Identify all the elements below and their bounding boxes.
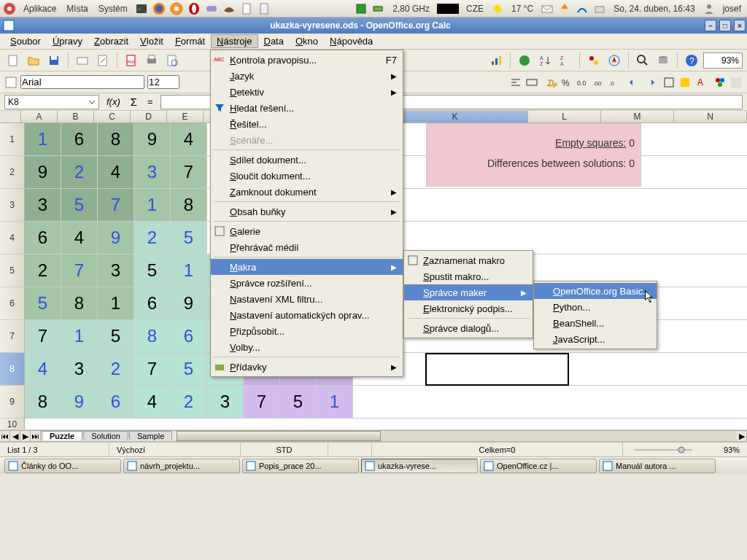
cell[interactable]: 8 (98, 123, 134, 155)
cell[interactable]: 9 (25, 156, 61, 188)
cell[interactable]: 3 (61, 353, 98, 385)
cell[interactable]: 7 (25, 320, 61, 352)
menu-item[interactable]: BeanShell... (534, 315, 657, 331)
cell[interactable]: 1 (98, 287, 134, 319)
merge-icon[interactable] (525, 76, 538, 89)
scroll-right-icon[interactable]: ▶ (737, 431, 747, 441)
cell[interactable]: 5 (25, 287, 61, 319)
taskbar-item[interactable]: Manuál autora ... (599, 459, 716, 473)
cell[interactable]: 7 (244, 386, 280, 418)
horizontal-scrollbar[interactable] (177, 431, 737, 441)
row-header-3[interactable]: 3 (0, 189, 25, 221)
row-header-10[interactable]: 10 (0, 419, 25, 429)
menu-item[interactable]: Přizpůsobit... (211, 323, 403, 339)
cell[interactable]: 6 (25, 222, 61, 254)
clock[interactable]: So, 24. duben, 16:43 (611, 4, 697, 14)
cell[interactable]: 9 (171, 287, 207, 319)
window-titlebar[interactable]: ukazka-vyresene.ods - OpenOffice.org Cal… (0, 18, 747, 34)
menu-item[interactable]: Zaznamenat makro (404, 252, 533, 268)
new-icon[interactable] (4, 52, 22, 69)
row-header-2[interactable]: 2 (0, 156, 25, 188)
open-icon[interactable] (25, 52, 42, 69)
user-name[interactable]: josef (720, 4, 744, 14)
places-menu[interactable]: Místa (63, 4, 90, 14)
menu-item[interactable]: Jazyk▶ (211, 68, 403, 84)
menu-item[interactable]: Spustit makro... (404, 268, 533, 284)
cell[interactable]: 4 (171, 123, 207, 155)
cell[interactable]: 5 (171, 222, 207, 254)
menu-item[interactable]: Hledat řešení... (211, 100, 403, 116)
cell[interactable]: 5 (171, 353, 207, 385)
updates-icon[interactable] (558, 2, 571, 15)
chart-icon[interactable] (487, 52, 505, 69)
cell[interactable]: 4 (61, 222, 98, 254)
decimal-icon[interactable]: 0.0 (576, 76, 589, 89)
zoom-percent[interactable]: 93% (711, 443, 747, 456)
tab-last-icon[interactable]: ⏭ (31, 431, 41, 441)
row-header-5[interactable]: 5 (0, 254, 25, 287)
remove-decimal-icon[interactable]: .0 (608, 76, 622, 89)
align-left-icon[interactable] (509, 76, 522, 89)
cell[interactable]: 4 (134, 386, 171, 418)
cell[interactable]: 7 (171, 156, 207, 188)
cond-icon[interactable] (729, 76, 743, 89)
menu-item[interactable]: Makra▶ (211, 259, 403, 275)
ubuntu-icon[interactable] (3, 2, 16, 15)
menu-item[interactable]: Elektronický podpis... (404, 300, 533, 316)
select-all-corner[interactable] (0, 111, 21, 122)
cell[interactable]: 2 (61, 156, 98, 188)
taskbar-item[interactable]: OpenOffice.cz |... (480, 459, 597, 473)
row-header-4[interactable]: 4 (0, 222, 25, 254)
cell[interactable]: 5 (280, 386, 317, 418)
cell[interactable]: 3 (134, 156, 171, 188)
cell[interactable]: 5 (134, 254, 171, 287)
cell[interactable]: 1 (317, 386, 353, 418)
cell[interactable]: 4 (25, 353, 61, 385)
zoom-input[interactable] (703, 52, 743, 69)
menu-item[interactable]: Sdílet dokument... (211, 152, 403, 168)
row-header-6[interactable]: 6 (0, 287, 25, 319)
menu-item[interactable]: JavaScript... (534, 331, 657, 347)
save-icon[interactable] (45, 52, 63, 69)
tab-prev-icon[interactable]: ◀ (10, 431, 20, 441)
menu-item[interactable]: Správce maker▶ (404, 284, 533, 300)
help-icon[interactable] (170, 2, 183, 15)
taskbar-item[interactable]: návrh_projektu... (123, 459, 240, 473)
cell[interactable]: 6 (98, 386, 134, 418)
indent-inc-icon[interactable] (643, 76, 657, 89)
menu-okno[interactable]: Okno (290, 34, 324, 48)
maximize-button[interactable]: □ (719, 20, 731, 31)
menu-item[interactable]: Volby... (211, 339, 403, 355)
row-header-8[interactable]: 8 (0, 353, 25, 385)
cell[interactable]: 5 (61, 189, 98, 221)
cell[interactable]: 9 (61, 386, 98, 418)
menu-item[interactable]: ABCKontrola pravopisu...F7 (211, 52, 403, 68)
keyboard-layout[interactable]: CZE (463, 4, 487, 14)
col-header-E[interactable]: E (167, 111, 204, 122)
cell[interactable]: 1 (134, 189, 171, 221)
cell[interactable]: 9 (98, 222, 134, 254)
styles-icon[interactable] (4, 76, 18, 89)
borders-icon[interactable] (662, 76, 676, 89)
font-name-input[interactable] (20, 75, 144, 89)
cell[interactable]: 2 (134, 222, 171, 254)
opera-icon[interactable] (187, 2, 201, 15)
find-icon[interactable] (634, 52, 651, 69)
cell[interactable]: 4 (98, 156, 134, 188)
menu-item[interactable]: Nastavení XML filtru... (211, 291, 403, 307)
cell[interactable]: 2 (171, 386, 207, 418)
help-toolbar-icon[interactable]: ? (683, 52, 700, 69)
mail-icon[interactable] (74, 52, 91, 69)
menu-item[interactable]: Řešitel... (211, 116, 403, 132)
sheet-tab-solution[interactable]: Solution (83, 431, 128, 440)
datasources-icon[interactable] (654, 52, 672, 69)
close-button[interactable]: × (734, 20, 746, 31)
percent-icon[interactable]: % (560, 76, 573, 89)
menu-nástroje[interactable]: Nástroje (211, 34, 258, 48)
cell[interactable]: 3 (25, 189, 61, 221)
sheet-tab-puzzle[interactable]: Puzzle (42, 431, 82, 440)
menu-item[interactable]: OpenOffice.org Basic... (534, 283, 657, 299)
menu-item[interactable]: Přehrávač médií (211, 239, 403, 255)
col-header-M[interactable]: M (601, 111, 674, 122)
cell[interactable]: 9 (134, 123, 171, 155)
